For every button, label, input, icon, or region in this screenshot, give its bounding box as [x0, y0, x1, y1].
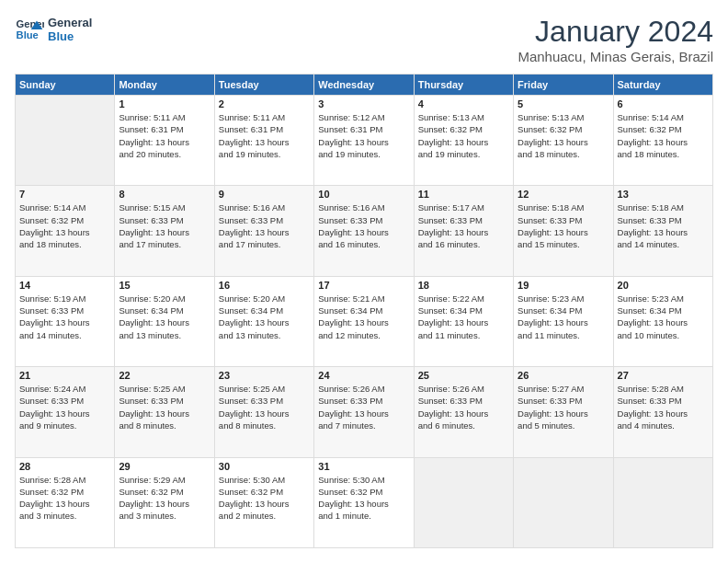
header-row: SundayMondayTuesdayWednesdayThursdayFrid… [16, 75, 713, 96]
day-cell: 1Sunrise: 5:11 AM Sunset: 6:31 PM Daylig… [115, 96, 214, 186]
day-info: Sunrise: 5:16 AM Sunset: 6:33 PM Dayligh… [219, 201, 310, 250]
header-cell-thursday: Thursday [414, 75, 513, 96]
week-row-0: 1Sunrise: 5:11 AM Sunset: 6:31 PM Daylig… [16, 96, 713, 186]
day-cell: 24Sunrise: 5:26 AM Sunset: 6:33 PM Dayli… [314, 367, 414, 457]
day-cell: 20Sunrise: 5:23 AM Sunset: 6:34 PM Dayli… [613, 276, 712, 366]
day-info: Sunrise: 5:23 AM Sunset: 6:34 PM Dayligh… [618, 293, 709, 341]
day-cell: 10Sunrise: 5:16 AM Sunset: 6:33 PM Dayli… [314, 186, 414, 276]
day-info: Sunrise: 5:19 AM Sunset: 6:33 PM Dayligh… [19, 293, 110, 341]
day-number: 20 [618, 280, 709, 291]
day-info: Sunrise: 5:11 AM Sunset: 6:31 PM Dayligh… [119, 111, 210, 160]
day-number: 29 [119, 461, 210, 472]
day-info: Sunrise: 5:23 AM Sunset: 6:34 PM Dayligh… [518, 293, 609, 341]
day-number: 23 [219, 370, 310, 381]
header-cell-friday: Friday [514, 75, 613, 96]
day-cell: 14Sunrise: 5:19 AM Sunset: 6:33 PM Dayli… [16, 276, 115, 366]
day-cell: 3Sunrise: 5:12 AM Sunset: 6:31 PM Daylig… [314, 96, 414, 186]
day-info: Sunrise: 5:30 AM Sunset: 6:32 PM Dayligh… [318, 474, 409, 523]
day-number: 13 [618, 189, 709, 200]
day-info: Sunrise: 5:11 AM Sunset: 6:31 PM Dayligh… [219, 111, 310, 160]
day-number: 24 [318, 370, 409, 381]
day-info: Sunrise: 5:26 AM Sunset: 6:33 PM Dayligh… [318, 383, 409, 431]
day-info: Sunrise: 5:13 AM Sunset: 6:32 PM Dayligh… [518, 111, 609, 160]
calendar-body: 1Sunrise: 5:11 AM Sunset: 6:31 PM Daylig… [16, 96, 713, 548]
day-number: 26 [518, 370, 609, 381]
day-number: 30 [219, 461, 310, 472]
logo-icon: General Blue [15, 15, 44, 44]
day-info: Sunrise: 5:26 AM Sunset: 6:33 PM Dayligh… [418, 383, 509, 431]
week-row-4: 28Sunrise: 5:28 AM Sunset: 6:32 PM Dayli… [16, 457, 713, 547]
day-number: 31 [318, 461, 409, 472]
day-info: Sunrise: 5:21 AM Sunset: 6:34 PM Dayligh… [318, 293, 409, 341]
day-number: 6 [618, 98, 709, 109]
day-cell [414, 457, 513, 547]
day-number: 7 [19, 189, 110, 200]
day-number: 11 [418, 189, 509, 200]
day-cell: 29Sunrise: 5:29 AM Sunset: 6:32 PM Dayli… [115, 457, 214, 547]
day-cell: 28Sunrise: 5:28 AM Sunset: 6:32 PM Dayli… [16, 457, 115, 547]
day-cell: 26Sunrise: 5:27 AM Sunset: 6:33 PM Dayli… [514, 367, 613, 457]
day-info: Sunrise: 5:15 AM Sunset: 6:33 PM Dayligh… [119, 201, 210, 250]
day-cell: 2Sunrise: 5:11 AM Sunset: 6:31 PM Daylig… [214, 96, 313, 186]
day-number: 19 [518, 280, 609, 291]
day-info: Sunrise: 5:14 AM Sunset: 6:32 PM Dayligh… [618, 111, 709, 160]
header-cell-sunday: Sunday [16, 75, 115, 96]
header-cell-monday: Monday [115, 75, 214, 96]
logo: General Blue General Blue [15, 15, 92, 44]
day-info: Sunrise: 5:28 AM Sunset: 6:33 PM Dayligh… [618, 383, 709, 431]
logo-text-general: General [48, 16, 92, 29]
logo-text-blue: Blue [48, 29, 92, 43]
week-row-1: 7Sunrise: 5:14 AM Sunset: 6:32 PM Daylig… [16, 186, 713, 276]
day-cell: 30Sunrise: 5:30 AM Sunset: 6:32 PM Dayli… [214, 457, 313, 547]
day-cell: 9Sunrise: 5:16 AM Sunset: 6:33 PM Daylig… [214, 186, 313, 276]
day-info: Sunrise: 5:18 AM Sunset: 6:33 PM Dayligh… [518, 201, 609, 250]
day-number: 16 [219, 280, 310, 291]
day-info: Sunrise: 5:28 AM Sunset: 6:32 PM Dayligh… [19, 474, 110, 523]
day-info: Sunrise: 5:27 AM Sunset: 6:33 PM Dayligh… [518, 383, 609, 431]
header-cell-saturday: Saturday [613, 75, 712, 96]
day-info: Sunrise: 5:29 AM Sunset: 6:32 PM Dayligh… [119, 474, 210, 523]
calendar-header: SundayMondayTuesdayWednesdayThursdayFrid… [16, 75, 713, 96]
day-number: 12 [518, 189, 609, 200]
day-info: Sunrise: 5:12 AM Sunset: 6:31 PM Dayligh… [318, 111, 409, 160]
day-cell: 22Sunrise: 5:25 AM Sunset: 6:33 PM Dayli… [115, 367, 214, 457]
svg-text:Blue: Blue [17, 29, 39, 40]
day-number: 2 [219, 98, 310, 109]
day-cell: 31Sunrise: 5:30 AM Sunset: 6:32 PM Dayli… [314, 457, 414, 547]
day-cell: 27Sunrise: 5:28 AM Sunset: 6:33 PM Dayli… [613, 367, 712, 457]
page: General Blue General Blue January 2024 M… [0, 0, 728, 563]
header-cell-wednesday: Wednesday [314, 75, 414, 96]
day-info: Sunrise: 5:20 AM Sunset: 6:34 PM Dayligh… [119, 293, 210, 341]
day-cell [514, 457, 613, 547]
day-info: Sunrise: 5:16 AM Sunset: 6:33 PM Dayligh… [318, 201, 409, 250]
day-cell: 25Sunrise: 5:26 AM Sunset: 6:33 PM Dayli… [414, 367, 513, 457]
day-number: 27 [618, 370, 709, 381]
subtitle: Manhuacu, Minas Gerais, Brazil [518, 49, 713, 64]
day-cell: 4Sunrise: 5:13 AM Sunset: 6:32 PM Daylig… [414, 96, 513, 186]
day-number: 10 [318, 189, 409, 200]
day-number: 22 [119, 370, 210, 381]
day-cell: 8Sunrise: 5:15 AM Sunset: 6:33 PM Daylig… [115, 186, 214, 276]
day-number: 9 [219, 189, 310, 200]
day-info: Sunrise: 5:25 AM Sunset: 6:33 PM Dayligh… [119, 383, 210, 431]
day-cell: 5Sunrise: 5:13 AM Sunset: 6:32 PM Daylig… [514, 96, 613, 186]
day-info: Sunrise: 5:24 AM Sunset: 6:33 PM Dayligh… [19, 383, 110, 431]
main-title: January 2024 [518, 15, 713, 49]
day-cell: 12Sunrise: 5:18 AM Sunset: 6:33 PM Dayli… [514, 186, 613, 276]
day-cell: 21Sunrise: 5:24 AM Sunset: 6:33 PM Dayli… [16, 367, 115, 457]
day-number: 25 [418, 370, 509, 381]
day-cell: 15Sunrise: 5:20 AM Sunset: 6:34 PM Dayli… [115, 276, 214, 366]
day-cell: 6Sunrise: 5:14 AM Sunset: 6:32 PM Daylig… [613, 96, 712, 186]
day-info: Sunrise: 5:14 AM Sunset: 6:32 PM Dayligh… [19, 201, 110, 250]
header: General Blue General Blue January 2024 M… [15, 15, 713, 64]
calendar-table: SundayMondayTuesdayWednesdayThursdayFrid… [15, 74, 713, 548]
day-info: Sunrise: 5:18 AM Sunset: 6:33 PM Dayligh… [618, 201, 709, 250]
day-info: Sunrise: 5:13 AM Sunset: 6:32 PM Dayligh… [418, 111, 509, 160]
day-number: 28 [19, 461, 110, 472]
day-cell: 19Sunrise: 5:23 AM Sunset: 6:34 PM Dayli… [514, 276, 613, 366]
day-info: Sunrise: 5:30 AM Sunset: 6:32 PM Dayligh… [219, 474, 310, 523]
day-info: Sunrise: 5:20 AM Sunset: 6:34 PM Dayligh… [219, 293, 310, 341]
day-cell: 18Sunrise: 5:22 AM Sunset: 6:34 PM Dayli… [414, 276, 513, 366]
day-info: Sunrise: 5:25 AM Sunset: 6:33 PM Dayligh… [219, 383, 310, 431]
day-cell: 23Sunrise: 5:25 AM Sunset: 6:33 PM Dayli… [214, 367, 313, 457]
